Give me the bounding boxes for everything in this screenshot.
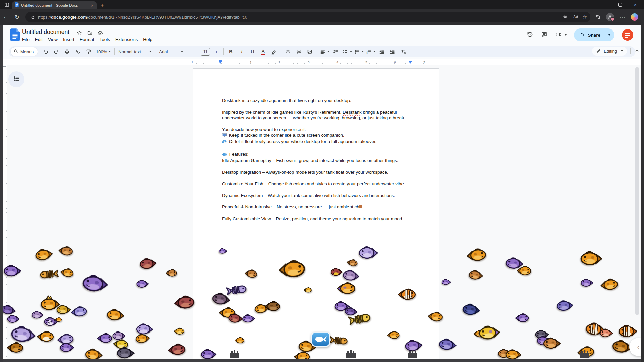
fish-sprite	[165, 268, 177, 277]
fish-sprite	[336, 280, 356, 295]
fish-sprite	[505, 347, 522, 360]
fish-sprite	[6, 340, 24, 354]
fish-sprite	[358, 244, 379, 260]
fish-sprite	[468, 268, 484, 282]
fish-sprite	[599, 327, 613, 338]
fish-sprite	[135, 331, 151, 345]
right-edge-strip	[641, 25, 644, 362]
fish-sprite	[618, 322, 638, 338]
tank-castle-decoration	[345, 350, 357, 360]
fish-sprite	[543, 335, 561, 350]
desktop-screen: Untitled document - Google Docs × + − × …	[0, 0, 644, 362]
tank-castle-decoration	[579, 350, 591, 360]
fish-sprite	[397, 286, 416, 301]
fish-sprite	[599, 276, 619, 292]
fish-sprite	[58, 244, 74, 257]
fish-sprite	[34, 245, 54, 262]
fish-sprite	[80, 270, 110, 294]
fish-sprite	[167, 341, 187, 357]
fish-sprite	[36, 329, 54, 343]
tank-floor-bar	[0, 359, 644, 362]
fish-sprite	[59, 266, 75, 279]
desktank-overlay: ‹	[0, 0, 644, 362]
fish-sprite	[555, 297, 574, 312]
fish-sprite	[438, 336, 458, 352]
left-edge-strip	[0, 25, 3, 362]
fish-sprite	[344, 305, 359, 317]
fish-sprite	[580, 277, 594, 287]
fish-sprite	[56, 303, 71, 315]
fish-sprite	[106, 306, 126, 323]
fish-sprite	[515, 312, 529, 323]
fish-sprite	[173, 326, 185, 336]
fish-sprite	[211, 289, 232, 307]
fish-sprite	[516, 264, 532, 276]
fish-sprite	[242, 313, 255, 323]
fish-sprite	[59, 341, 75, 353]
fish-sprite	[7, 313, 20, 323]
fish-sprite	[39, 266, 60, 282]
tank-castle-decoration	[407, 350, 419, 360]
fish-sprite	[264, 299, 281, 312]
fish-sprite	[136, 278, 149, 288]
fish-sprite	[234, 336, 245, 344]
fish-sprite	[31, 309, 44, 319]
fish-sprite	[244, 267, 258, 279]
desktank-app-button[interactable]	[311, 332, 330, 347]
fish-sprite	[116, 345, 135, 360]
fish-sprite	[138, 255, 157, 271]
fish-sprite	[441, 278, 451, 286]
fish-sprite	[219, 247, 228, 254]
fish-sprite	[70, 304, 88, 318]
fish-sprite	[465, 245, 487, 263]
fish-logo-icon	[314, 335, 328, 344]
fish-sprite	[97, 331, 113, 344]
fish-sprite	[387, 329, 400, 340]
fish-sprite	[200, 347, 217, 360]
fish-sprite	[580, 249, 603, 267]
tank-castle-decoration	[229, 350, 241, 360]
fish-sprite	[55, 316, 62, 322]
fish-sprite	[277, 256, 307, 280]
fish-sprite	[328, 333, 349, 348]
fish-sprite	[427, 309, 444, 323]
fish-sprite	[477, 322, 501, 342]
fish-sprite	[303, 286, 312, 293]
fish-sprite	[330, 266, 343, 277]
fish-sprite	[173, 292, 196, 311]
fish-sprite	[461, 301, 481, 317]
fish-sprite	[3, 263, 22, 278]
fish-sprite	[346, 257, 358, 267]
